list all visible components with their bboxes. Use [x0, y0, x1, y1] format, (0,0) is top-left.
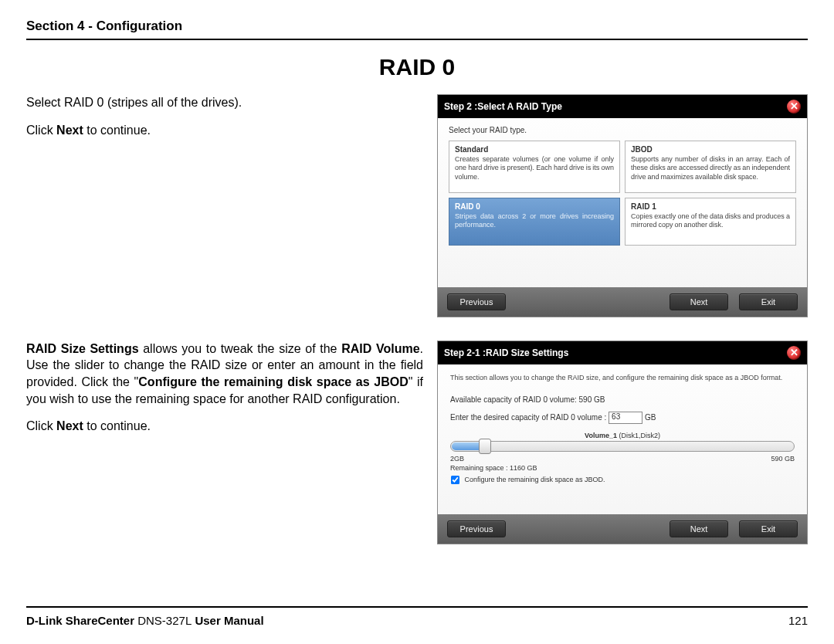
- card-title: Standard: [455, 145, 614, 154]
- t: Click: [26, 124, 56, 137]
- capacity-unit: GB: [645, 412, 656, 421]
- close-icon[interactable]: ✕: [787, 100, 801, 114]
- t-bold: RAID Size Settings: [26, 342, 139, 355]
- close-icon[interactable]: ✕: [787, 346, 801, 360]
- dialog-title: Step 2 :Select A RAID Type: [444, 101, 562, 112]
- slider-max: 590 GB: [771, 455, 795, 463]
- footer-suffix: User Manual: [192, 614, 263, 627]
- previous-button[interactable]: Previous: [447, 293, 506, 310]
- instruction-text-2: RAID Size Settings allows you to tweak t…: [26, 341, 423, 544]
- dialog-select-raid-type: Step 2 :Select A RAID Type ✕ Select your…: [437, 94, 808, 317]
- next-button[interactable]: Next: [670, 520, 728, 537]
- enter-capacity-row: Enter the desired capacity of RAID 0 vol…: [450, 412, 795, 424]
- card-desc: Stripes data across 2 or more drives inc…: [455, 212, 614, 230]
- instruction-text-1: Select RAID 0 (stripes all of the drives…: [26, 94, 423, 317]
- instr1-line2: Click Next to continue.: [26, 122, 423, 139]
- footer-brand: D-Link ShareCenter: [26, 614, 137, 627]
- dialog-title: Step 2-1 :RAID Size Settings: [444, 347, 568, 358]
- card-title: JBOD: [631, 145, 790, 154]
- raid-option-raid1[interactable]: RAID 1 Copies exactly one of the data di…: [625, 198, 796, 246]
- jbod-checkbox-row: Configure the remaining disk space as JB…: [450, 475, 795, 485]
- page-footer: D-Link ShareCenter DNS-327L User Manual …: [26, 606, 808, 627]
- t: to continue.: [83, 419, 151, 432]
- card-desc: Supports any number of disks in an array…: [631, 155, 790, 181]
- card-title: RAID 1: [631, 202, 790, 211]
- dialog-header: Step 2 :Select A RAID Type ✕: [438, 95, 807, 118]
- jbod-checkbox[interactable]: [451, 476, 459, 484]
- t-bold: Next: [56, 124, 83, 137]
- slider-endpoints: 2GB 590 GB: [450, 455, 795, 463]
- slider-track: [450, 441, 795, 452]
- card-desc: Copies exactly one of the data disks and…: [631, 212, 790, 230]
- size-slider[interactable]: [450, 441, 795, 452]
- raid-option-raid0[interactable]: RAID 0 Stripes data across 2 or more dri…: [449, 198, 620, 246]
- dialog-footer: Previous Next Exit: [438, 514, 807, 544]
- dialog-header: Step 2-1 :RAID Size Settings ✕: [438, 341, 807, 364]
- section-header: Section 4 - Configuration: [26, 19, 808, 40]
- footer-left: D-Link ShareCenter DNS-327L User Manual: [26, 614, 264, 627]
- card-title: RAID 0: [455, 202, 614, 211]
- size-intro-text: This section allows you to change the RA…: [450, 374, 795, 381]
- capacity-input[interactable]: 63: [609, 412, 642, 424]
- t-bold: Configure the remaining disk space as JB…: [138, 375, 408, 388]
- dialog-footer: Previous Next Exit: [438, 287, 807, 317]
- dialog-raid-size-settings: Step 2-1 :RAID Size Settings ✕ This sect…: [437, 341, 808, 544]
- t-bold: RAID Volume: [341, 342, 419, 355]
- content-row-1: Select RAID 0 (stripes all of the drives…: [26, 94, 808, 317]
- t: Click: [26, 419, 56, 432]
- vol-disks: (Disk1,Disk2): [617, 432, 660, 439]
- enter-capacity-label: Enter the desired capacity of RAID 0 vol…: [450, 412, 606, 421]
- select-raid-label: Select your RAID type.: [449, 126, 796, 134]
- t-bold: Next: [56, 419, 83, 432]
- slider-thumb[interactable]: [479, 439, 491, 454]
- instr2-line2: Click Next to continue.: [26, 418, 423, 435]
- jbod-checkbox-label: Configure the remaining disk space as JB…: [465, 476, 605, 483]
- next-button[interactable]: Next: [670, 293, 728, 310]
- exit-button[interactable]: Exit: [739, 520, 798, 537]
- instr1-line1: Select RAID 0 (stripes all of the drives…: [26, 94, 423, 111]
- footer-model: DNS-327L: [137, 614, 192, 627]
- available-capacity-label: Available capacity of RAID 0 volume: 590…: [450, 395, 795, 404]
- remaining-space-label: Remaining space : 1160 GB: [450, 464, 795, 472]
- previous-button[interactable]: Previous: [447, 520, 506, 537]
- content-row-2: RAID Size Settings allows you to tweak t…: [26, 341, 808, 544]
- raid-options-grid: Standard Creates separate volumes (or on…: [449, 141, 796, 246]
- vol-name: Volume_1: [585, 432, 617, 439]
- volume-label: Volume_1 (Disk1,Disk2): [450, 432, 795, 439]
- raid-option-jbod[interactable]: JBOD Supports any number of disks in an …: [625, 141, 796, 193]
- page-title: RAID 0: [26, 54, 808, 80]
- exit-button[interactable]: Exit: [739, 293, 798, 310]
- card-desc: Creates separate volumes (or one volume …: [455, 155, 614, 181]
- t: to continue.: [83, 124, 151, 137]
- slider-min: 2GB: [450, 455, 464, 463]
- t: allows you to tweak the size of the: [139, 342, 342, 355]
- instr2-para: RAID Size Settings allows you to tweak t…: [26, 341, 423, 407]
- raid-option-standard[interactable]: Standard Creates separate volumes (or on…: [449, 141, 620, 193]
- page-number: 121: [788, 614, 808, 627]
